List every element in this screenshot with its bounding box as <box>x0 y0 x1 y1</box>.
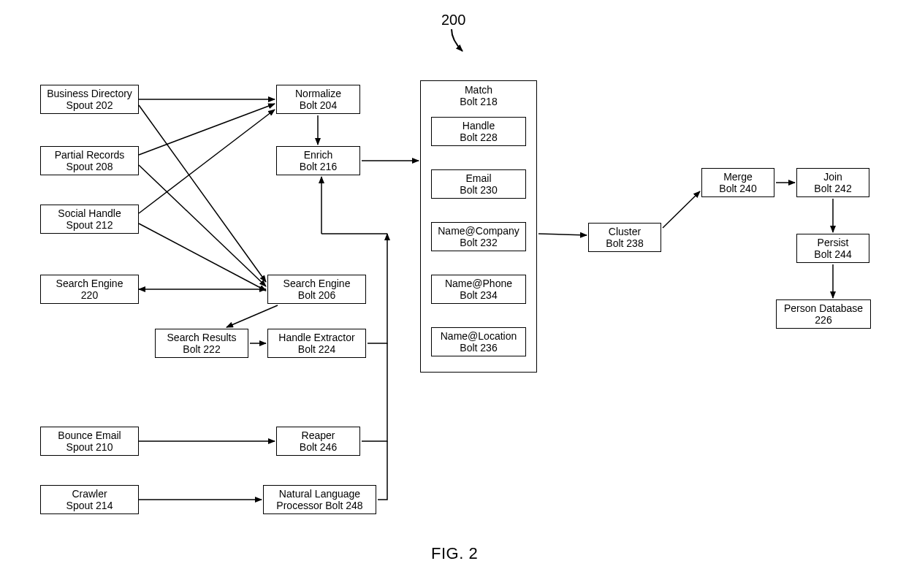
box-social-handle: Social Handle Spout 212 <box>40 205 139 234</box>
label: Bolt 224 <box>298 343 335 355</box>
label: Natural Language <box>279 488 360 500</box>
label: Search Engine <box>283 278 351 289</box>
label: Search Engine <box>56 278 123 289</box>
label: 220 <box>81 289 98 301</box>
svg-line-11 <box>226 305 278 327</box>
label: Bolt 204 <box>300 99 337 111</box>
label: 226 <box>815 314 831 326</box>
box-match-company: Name@Company Bolt 232 <box>431 222 526 251</box>
diagram-canvas: 200 Business Directory Spout 202 Partial… <box>0 0 906 588</box>
label: Search Results <box>167 332 237 343</box>
label: Bolt 246 <box>300 441 337 453</box>
label: Email <box>465 172 491 184</box>
label: Join <box>823 171 842 183</box>
box-persist: Persist Bolt 244 <box>796 234 869 263</box>
label: Name@Phone <box>445 278 512 289</box>
label: Bolt 236 <box>460 342 497 354</box>
box-crawler: Crawler Spout 214 <box>40 485 139 514</box>
box-partial-records: Partial Records Spout 208 <box>40 146 139 175</box>
svg-line-17 <box>538 234 587 235</box>
box-handle-extractor: Handle Extractor Bolt 224 <box>267 329 366 358</box>
label: Enrich <box>304 149 333 161</box>
box-reaper: Reaper Bolt 246 <box>276 427 360 456</box>
label: Spout 202 <box>66 99 113 111</box>
box-person-database: Person Database 226 <box>776 299 871 329</box>
label: Reaper <box>302 429 335 441</box>
box-bounce-email: Bounce Email Spout 210 <box>40 427 139 456</box>
label: Bolt 216 <box>300 161 337 172</box>
label: Partial Records <box>55 149 125 161</box>
box-match-handle: Handle Bolt 228 <box>431 117 526 146</box>
label: Spout 214 <box>66 500 113 511</box>
label: Handle Extractor <box>278 332 354 343</box>
box-match-phone: Name@Phone Bolt 234 <box>431 275 526 304</box>
label: Bolt 240 <box>719 183 756 194</box>
box-search-engine: Search Engine 220 <box>40 275 139 304</box>
label: Bolt 244 <box>814 248 851 260</box>
svg-line-4 <box>139 105 266 282</box>
box-search-engine-bolt: Search Engine Bolt 206 <box>267 275 366 304</box>
label: Spout 212 <box>66 219 113 231</box>
svg-line-22 <box>538 226 587 241</box>
label: Persist <box>818 237 849 248</box>
label: Spout 208 <box>66 161 113 172</box>
svg-line-5 <box>139 165 266 286</box>
label: Match <box>421 84 536 96</box>
box-match-email: Email Bolt 230 <box>431 169 526 199</box>
label: Normalize <box>295 88 341 99</box>
label: Merge <box>723 171 753 183</box>
figure-label: FIG. 2 <box>431 544 478 563</box>
label: Person Database <box>784 302 863 314</box>
label: Bolt 228 <box>460 131 497 143</box>
label: Bounce Email <box>58 429 121 441</box>
label: Spout 210 <box>66 441 113 453</box>
label: Bolt 232 <box>460 237 497 248</box>
svg-line-2 <box>139 104 275 155</box>
box-business-directory: Business Directory Spout 202 <box>40 85 139 114</box>
box-nlp: Natural Language Processor Bolt 248 <box>263 485 376 514</box>
box-normalize: Normalize Bolt 204 <box>276 85 360 114</box>
label: Bolt 230 <box>460 184 497 196</box>
label: Crawler <box>72 488 107 500</box>
label: Name@Location <box>441 330 517 342</box>
box-match-location: Name@Location Bolt 236 <box>431 327 526 356</box>
svg-line-6 <box>139 224 266 291</box>
label: Bolt 242 <box>814 183 851 194</box>
label: Business Directory <box>47 88 132 99</box>
label: Bolt 222 <box>183 343 220 355</box>
label: Bolt 218 <box>421 96 536 107</box>
label: Bolt 238 <box>606 237 643 249</box>
label: Handle <box>462 120 495 131</box>
svg-line-18 <box>663 191 700 228</box>
label: Bolt 206 <box>298 289 335 301</box>
label: Cluster <box>609 226 641 237</box>
reference-number: 200 <box>441 12 465 28</box>
match-header: Match Bolt 218 <box>421 84 536 107</box>
box-join: Join Bolt 242 <box>796 168 869 197</box>
box-enrich: Enrich Bolt 216 <box>276 146 360 175</box>
svg-line-3 <box>139 110 275 213</box>
label: Social Handle <box>58 207 121 219</box>
label: Processor Bolt 248 <box>276 500 362 511</box>
box-search-results: Search Results Bolt 222 <box>155 329 248 358</box>
box-cluster: Cluster Bolt 238 <box>588 223 661 252</box>
label: Name@Company <box>438 225 519 237</box>
label: Bolt 234 <box>460 289 497 301</box>
box-merge: Merge Bolt 240 <box>701 168 774 197</box>
